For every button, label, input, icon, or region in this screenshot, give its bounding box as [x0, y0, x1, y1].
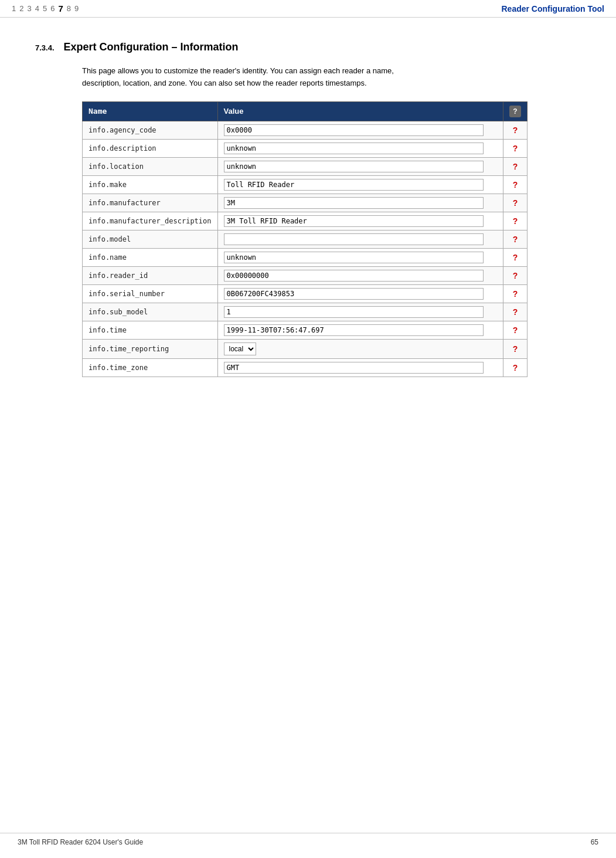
nav-item-9[interactable]: 9: [74, 4, 79, 13]
table-row: info.location?: [83, 157, 527, 175]
section-heading: 7.3.4. Expert Configuration – Informatio…: [35, 41, 581, 53]
help-cell-4[interactable]: ?: [503, 194, 527, 212]
field-name-info-reader_id: info.reader_id: [83, 266, 218, 284]
help-cell-2[interactable]: ?: [503, 157, 527, 175]
field-value-info-time_zone[interactable]: [217, 358, 503, 377]
field-name-info-model: info.model: [83, 230, 218, 248]
nav-item-6[interactable]: 6: [50, 4, 55, 13]
input-info-time_zone[interactable]: [224, 362, 484, 374]
field-value-info-time_reporting[interactable]: localutc: [217, 339, 503, 358]
help-icon-2[interactable]: ?: [513, 162, 518, 171]
help-icon-0[interactable]: ?: [513, 126, 518, 135]
field-value-info-description[interactable]: [217, 139, 503, 157]
help-icon-5[interactable]: ?: [513, 216, 518, 226]
help-cell-13[interactable]: ?: [503, 358, 527, 377]
input-info-name[interactable]: [224, 252, 484, 263]
nav-item-3[interactable]: 3: [27, 4, 31, 13]
table-row: info.model?: [83, 230, 527, 248]
main-content: 7.3.4. Expert Configuration – Informatio…: [0, 18, 616, 412]
help-cell-1[interactable]: ?: [503, 139, 527, 157]
field-name-info-description: info.description: [83, 139, 218, 157]
help-icon-13[interactable]: ?: [513, 363, 518, 372]
field-value-info-name[interactable]: [217, 248, 503, 266]
page-header: 123456789 Reader Configuration Tool: [0, 0, 616, 18]
field-value-info-make[interactable]: [217, 175, 503, 194]
help-cell-7[interactable]: ?: [503, 248, 527, 266]
table-row: info.description?: [83, 139, 527, 157]
field-value-info-serial_number[interactable]: [217, 284, 503, 303]
help-cell-9[interactable]: ?: [503, 284, 527, 303]
field-value-info-sub_model[interactable]: [217, 303, 503, 321]
nav-item-1[interactable]: 1: [12, 4, 16, 13]
help-cell-8[interactable]: ?: [503, 266, 527, 284]
table-row: info.time_reportinglocalutc?: [83, 339, 527, 358]
input-info-agency_code[interactable]: [224, 124, 484, 136]
field-value-info-manufacturer_description[interactable]: [217, 212, 503, 230]
field-value-info-agency_code[interactable]: [217, 121, 503, 139]
config-table: Name Value ? info.agency_code?info.descr…: [82, 101, 527, 377]
select-info-time_reporting[interactable]: localutc: [224, 342, 256, 355]
field-value-info-manufacturer[interactable]: [217, 194, 503, 212]
input-info-location[interactable]: [224, 161, 484, 172]
table-row: info.make?: [83, 175, 527, 194]
help-icon-3[interactable]: ?: [513, 180, 518, 189]
nav-item-8[interactable]: 8: [67, 4, 71, 13]
help-icon-10[interactable]: ?: [513, 307, 518, 317]
section-description: This page allows you to customize the re…: [82, 65, 434, 90]
nav-item-7[interactable]: 7: [58, 4, 63, 13]
table-row: info.manufacturer_description?: [83, 212, 527, 230]
help-cell-6[interactable]: ?: [503, 230, 527, 248]
section-number: 7.3.4.: [35, 43, 55, 52]
help-cell-5[interactable]: ?: [503, 212, 527, 230]
table-row: info.time_zone?: [83, 358, 527, 377]
field-name-info-make: info.make: [83, 175, 218, 194]
field-value-info-time[interactable]: [217, 321, 503, 339]
help-cell-11[interactable]: ?: [503, 321, 527, 339]
help-icon-8[interactable]: ?: [513, 271, 518, 280]
help-cell-10[interactable]: ?: [503, 303, 527, 321]
field-name-info-time: info.time: [83, 321, 218, 339]
table-row: info.agency_code?: [83, 121, 527, 139]
table-row: info.reader_id?: [83, 266, 527, 284]
nav-item-4[interactable]: 4: [35, 4, 39, 13]
field-name-info-time_zone: info.time_zone: [83, 358, 218, 377]
nav-item-5[interactable]: 5: [43, 4, 47, 13]
help-icon-4[interactable]: ?: [513, 198, 518, 208]
field-name-info-name: info.name: [83, 248, 218, 266]
help-icon-11[interactable]: ?: [513, 325, 518, 335]
input-info-make[interactable]: [224, 179, 484, 191]
col-header-help: ?: [503, 101, 527, 121]
field-name-info-manufacturer_description: info.manufacturer_description: [83, 212, 218, 230]
input-info-serial_number[interactable]: [224, 288, 484, 300]
input-info-manufacturer_description[interactable]: [224, 215, 484, 227]
field-name-info-serial_number: info.serial_number: [83, 284, 218, 303]
col-header-name: Name: [83, 101, 218, 121]
nav-item-2[interactable]: 2: [19, 4, 23, 13]
help-cell-12[interactable]: ?: [503, 339, 527, 358]
table-row: info.time?: [83, 321, 527, 339]
input-info-reader_id[interactable]: [224, 270, 484, 282]
input-info-model[interactable]: [224, 233, 484, 245]
field-value-info-reader_id[interactable]: [217, 266, 503, 284]
help-icon-7[interactable]: ?: [513, 253, 518, 262]
field-value-info-model[interactable]: [217, 230, 503, 248]
table-row: info.serial_number?: [83, 284, 527, 303]
help-icon-1[interactable]: ?: [513, 144, 518, 153]
section-title: Expert Configuration – Information: [64, 41, 239, 53]
input-info-sub_model[interactable]: [224, 306, 484, 318]
input-info-description[interactable]: [224, 143, 484, 154]
help-icon-6[interactable]: ?: [513, 235, 518, 244]
help-cell-0[interactable]: ?: [503, 121, 527, 139]
help-cell-3[interactable]: ?: [503, 175, 527, 194]
help-icon-9[interactable]: ?: [513, 289, 518, 299]
footer-right: 65: [591, 838, 598, 846]
field-name-info-manufacturer: info.manufacturer: [83, 194, 218, 212]
chapter-nav[interactable]: 123456789: [12, 4, 79, 13]
input-info-manufacturer[interactable]: [224, 197, 484, 209]
help-header-icon: ?: [509, 106, 521, 117]
app-title: Reader Configuration Tool: [501, 4, 604, 13]
field-name-info-sub_model: info.sub_model: [83, 303, 218, 321]
field-value-info-location[interactable]: [217, 157, 503, 175]
input-info-time[interactable]: [224, 324, 484, 336]
help-icon-12[interactable]: ?: [513, 344, 518, 354]
